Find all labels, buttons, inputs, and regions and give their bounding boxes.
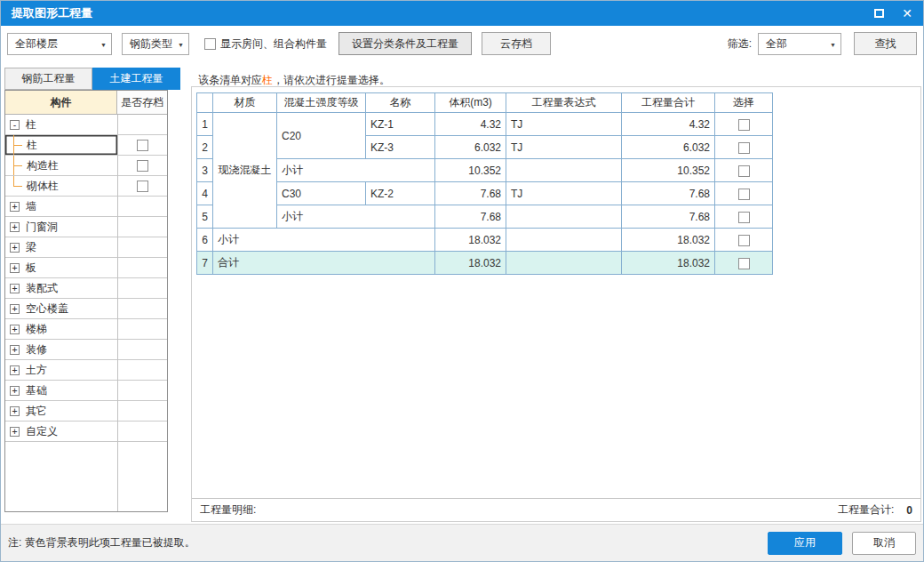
tab-civil-quantities[interactable]: 土建工程量 bbox=[92, 68, 180, 90]
tree-connector bbox=[13, 156, 25, 175]
tree-item-column[interactable]: 柱 bbox=[5, 135, 167, 156]
tree-item-beam[interactable]: 梁 bbox=[5, 237, 167, 258]
filter-label: 筛选: bbox=[728, 36, 752, 52]
tree-item-slab[interactable]: 板 bbox=[5, 258, 167, 278]
name-cell: KZ-3 bbox=[366, 136, 435, 159]
row-number: 6 bbox=[197, 229, 213, 252]
set-category-button[interactable]: 设置分类条件及工程量 bbox=[339, 32, 472, 55]
tab-rebar-quantities[interactable]: 钢筋工程量 bbox=[4, 68, 92, 90]
row-select-checkbox[interactable] bbox=[738, 119, 750, 131]
tree-item-masonry-column[interactable]: 砌体柱 bbox=[5, 176, 167, 197]
toolbar: 全部楼层 钢筋类型 显示房间、组合构件量 设置分类条件及工程量 云存档 筛选: … bbox=[1, 26, 923, 61]
subtotal-label: 小计 bbox=[213, 229, 435, 252]
tree-item-prefab[interactable]: 装配式 bbox=[5, 278, 167, 299]
grade-cell: C30 bbox=[277, 182, 366, 205]
expand-icon[interactable] bbox=[10, 202, 20, 212]
expression-cell: TJ bbox=[506, 136, 622, 159]
total-cell: 18.032 bbox=[622, 252, 715, 275]
row-number: 3 bbox=[197, 159, 213, 182]
tree-item-decoration[interactable]: 装修 bbox=[5, 340, 167, 360]
tree-item-column-group[interactable]: 柱 bbox=[5, 115, 167, 135]
component-tree-panel: 构件 是否存档 柱 柱 构造柱 砌体柱 墙 门窗洞 梁 bbox=[4, 90, 168, 512]
tree-connector bbox=[13, 135, 25, 155]
row-number: 5 bbox=[197, 205, 213, 229]
archive-checkbox[interactable] bbox=[137, 140, 148, 151]
expand-icon[interactable] bbox=[10, 406, 20, 416]
tree-item-other[interactable]: 其它 bbox=[5, 401, 167, 422]
chevron-down-icon bbox=[824, 37, 836, 50]
titlebar: 提取图形工程量 bbox=[1, 1, 923, 26]
rebar-type-select[interactable]: 钢筋类型 bbox=[122, 33, 189, 55]
close-icon[interactable] bbox=[902, 7, 912, 20]
tab-bar: 钢筋工程量 土建工程量 bbox=[4, 68, 180, 90]
filter-select[interactable]: 全部 bbox=[758, 33, 841, 55]
material-header: 材质 bbox=[213, 93, 277, 113]
row-select-checkbox[interactable] bbox=[738, 165, 750, 177]
tree-item-stairs[interactable]: 楼梯 bbox=[5, 319, 167, 340]
expand-icon[interactable] bbox=[10, 284, 20, 293]
tree-item-door-window-opening[interactable]: 门窗洞 bbox=[5, 217, 167, 237]
expand-icon[interactable] bbox=[10, 345, 20, 355]
expression-cell bbox=[506, 205, 622, 229]
row-select-checkbox[interactable] bbox=[738, 235, 750, 246]
quantities-panel: 材质 混凝土强度等级 名称 体积(m3) 工程量表达式 工程量合计 选择 1 现… bbox=[191, 86, 921, 522]
expand-icon[interactable] bbox=[10, 304, 20, 314]
volume-cell: 7.68 bbox=[435, 182, 506, 205]
filter-select-value: 全部 bbox=[766, 36, 787, 52]
cancel-button[interactable]: 取消 bbox=[852, 532, 916, 555]
expression-cell bbox=[506, 229, 622, 252]
tree-item-foundation[interactable]: 基础 bbox=[5, 381, 167, 401]
tree-item-constructional-column[interactable]: 构造柱 bbox=[5, 156, 167, 176]
row-select-checkbox[interactable] bbox=[738, 258, 750, 269]
grade-header: 混凝土强度等级 bbox=[277, 93, 366, 113]
row-select-checkbox[interactable] bbox=[738, 189, 750, 200]
floor-select[interactable]: 全部楼层 bbox=[7, 33, 112, 55]
row-number: 4 bbox=[197, 182, 213, 205]
show-room-checkbox-group[interactable]: 显示房间、组合构件量 bbox=[204, 36, 327, 52]
expression-cell: TJ bbox=[506, 113, 622, 136]
find-button[interactable]: 查找 bbox=[854, 32, 917, 55]
row-select-checkbox[interactable] bbox=[738, 212, 750, 223]
expand-icon[interactable] bbox=[10, 365, 20, 375]
expand-icon[interactable] bbox=[10, 243, 20, 253]
row-number: 2 bbox=[197, 136, 213, 159]
expand-icon[interactable] bbox=[10, 325, 20, 334]
table-row-subtotal: 3 小计 10.352 10.352 bbox=[197, 159, 773, 182]
row-select-checkbox[interactable] bbox=[738, 142, 750, 154]
tree-item-earthwork[interactable]: 土方 bbox=[5, 360, 167, 381]
toolbar-filter-group: 筛选: 全部 查找 bbox=[728, 32, 917, 55]
table-header-row: 材质 混凝土强度等级 名称 体积(m3) 工程量表达式 工程量合计 选择 bbox=[197, 93, 773, 113]
expand-icon[interactable] bbox=[10, 263, 20, 273]
table-row: 1 现浇混凝土 C20 KZ-1 4.32 TJ 4.32 bbox=[197, 113, 773, 136]
chevron-down-icon bbox=[95, 37, 107, 50]
show-room-label: 显示房间、组合构件量 bbox=[220, 36, 327, 52]
tree-item-hollow-floor[interactable]: 空心楼盖 bbox=[5, 299, 167, 319]
show-room-checkbox[interactable] bbox=[204, 38, 216, 50]
volume-cell: 10.352 bbox=[435, 159, 506, 182]
row-number-header bbox=[197, 93, 213, 113]
table-row-grand-total: 7 合计 18.032 18.032 bbox=[197, 252, 773, 275]
cloud-save-button[interactable]: 云存档 bbox=[482, 32, 551, 55]
note-text: 注: 黄色背景表明此项工程量已被提取。 bbox=[8, 535, 195, 550]
apply-button[interactable]: 应用 bbox=[768, 532, 842, 555]
tree-header: 构件 是否存档 bbox=[5, 91, 167, 115]
maximize-icon[interactable] bbox=[874, 9, 884, 18]
tree-item-custom[interactable]: 自定义 bbox=[5, 422, 167, 442]
expand-icon[interactable] bbox=[10, 222, 20, 232]
tree-header-component: 构件 bbox=[5, 91, 117, 114]
total-cell: 18.032 bbox=[622, 229, 715, 252]
tree-connector bbox=[13, 176, 25, 196]
archive-checkbox[interactable] bbox=[137, 181, 148, 192]
total-cell: 10.352 bbox=[622, 159, 715, 182]
tree-item-wall[interactable]: 墙 bbox=[5, 197, 167, 217]
name-header: 名称 bbox=[366, 93, 435, 113]
archive-checkbox[interactable] bbox=[137, 160, 148, 172]
collapse-icon[interactable] bbox=[10, 120, 20, 130]
hint-prefix: 该条清单对应 bbox=[198, 74, 262, 86]
hint-suffix: ，请依次进行提量选择。 bbox=[273, 74, 390, 86]
expand-icon[interactable] bbox=[10, 386, 20, 396]
volume-cell: 18.032 bbox=[435, 229, 506, 252]
volume-cell: 6.032 bbox=[435, 136, 506, 159]
total-label: 工程量合计: bbox=[838, 502, 894, 518]
expand-icon[interactable] bbox=[10, 427, 20, 437]
